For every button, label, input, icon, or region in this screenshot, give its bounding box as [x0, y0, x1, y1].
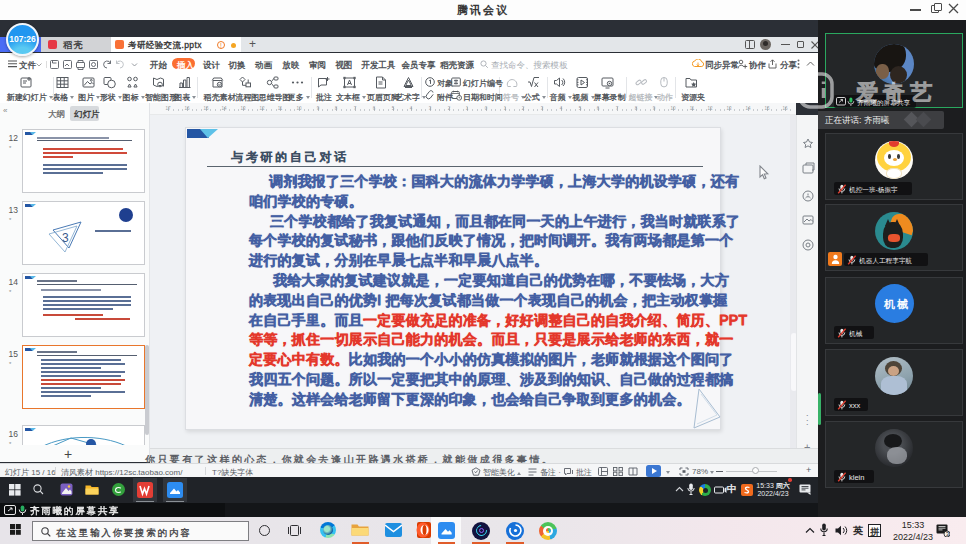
svg-text:3: 3 — [62, 231, 69, 245]
